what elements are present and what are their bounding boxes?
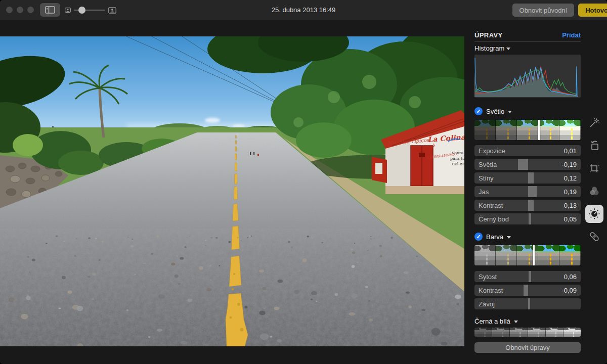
slider-value: 0,12 xyxy=(564,174,581,182)
revert-original-button[interactable]: Obnovit původní xyxy=(512,4,575,17)
edit-tools-rail xyxy=(583,114,606,246)
zoom-window-button[interactable] xyxy=(27,7,34,13)
slider-handle[interactable] xyxy=(528,200,534,211)
slider-label: Jas xyxy=(474,188,489,196)
slider-label: Kontrast xyxy=(474,287,503,294)
slider-value: 0,13 xyxy=(564,202,581,209)
slider-value: 0,05 xyxy=(564,215,581,223)
preset-thumbnail[interactable] xyxy=(517,120,538,140)
svg-text:Cel-80: Cel-80 xyxy=(452,162,464,166)
slider-handle[interactable] xyxy=(528,298,530,309)
filters-icon xyxy=(588,185,600,197)
chevron-down-icon xyxy=(506,48,510,50)
slider-label: Černý bod xyxy=(474,215,509,223)
rotate-tool-button[interactable] xyxy=(585,136,603,155)
preset-thumbnail[interactable] xyxy=(538,245,559,265)
slider-expozice[interactable]: Expozice0,01 xyxy=(474,145,581,156)
close-window-button[interactable] xyxy=(6,7,13,13)
slider-kontrast-barva[interactable]: Kontrast-0,09 xyxy=(474,285,581,296)
preset-thumbnail[interactable] xyxy=(559,245,581,265)
color-section-header[interactable]: ✓ Barva xyxy=(474,232,581,242)
light-preset-strip[interactable] xyxy=(474,120,581,140)
window-controls xyxy=(6,7,34,13)
chevron-down-icon xyxy=(508,111,512,113)
add-adjustment-link[interactable]: Přidat xyxy=(562,31,581,39)
slider-label: Sytost xyxy=(474,273,497,281)
zoom-slider-knob[interactable] xyxy=(78,7,85,14)
slider-cerny-bod[interactable]: Černý bod0,05 xyxy=(474,213,581,224)
slider-handle[interactable] xyxy=(524,285,528,296)
strip-indicator[interactable] xyxy=(533,245,535,265)
adjustments-panel: ÚPRAVY Přidat Histogram ✓ Světlo xyxy=(469,20,587,364)
preset-thumbnail[interactable] xyxy=(496,245,517,265)
chevron-down-icon xyxy=(514,321,518,323)
slider-handle[interactable] xyxy=(529,271,531,282)
preset-thumbnail[interactable] xyxy=(563,328,581,337)
zoom-large-photo-icon xyxy=(108,7,116,14)
svg-text:Venta: Venta xyxy=(451,151,463,155)
preset-thumbnail[interactable] xyxy=(528,328,546,337)
slider-jas[interactable]: Jas0,19 xyxy=(474,186,581,197)
slider-value: 0,01 xyxy=(564,147,581,155)
zoom-small-photo-icon xyxy=(65,8,71,13)
slider-handle[interactable] xyxy=(528,172,534,184)
thumbnail-zoom-control xyxy=(65,4,116,16)
bw-preset-strip[interactable] xyxy=(474,328,581,337)
slider-label: Kontrast xyxy=(474,202,503,209)
titlebar-actions: Obnovit původní Hotovo xyxy=(512,4,607,17)
adjust-tool-button[interactable] xyxy=(585,205,603,223)
color-preset-strip[interactable] xyxy=(474,245,581,265)
slider-handle[interactable] xyxy=(528,186,537,197)
slider-value: -0,19 xyxy=(561,161,581,168)
strip-indicator[interactable] xyxy=(538,120,540,140)
preset-thumbnail[interactable] xyxy=(474,328,492,337)
photos-app-window: 25. dubna 2013 16:49 Obnovit původní Hot… xyxy=(0,0,607,364)
preset-thumbnail[interactable] xyxy=(474,245,496,265)
bw-section-header[interactable]: Černá a bílá xyxy=(474,316,581,326)
preset-thumbnail[interactable] xyxy=(496,120,517,140)
preset-thumbnail[interactable] xyxy=(492,328,510,337)
zoom-slider-track[interactable] xyxy=(74,10,105,11)
color-enabled-checkbox[interactable]: ✓ xyxy=(474,233,483,241)
filters-tool-button[interactable] xyxy=(585,182,603,200)
slider-value: -0,09 xyxy=(561,287,581,294)
magic-wand-icon xyxy=(588,117,600,129)
enhance-tool-button[interactable] xyxy=(585,114,603,132)
sidebar-toggle-button[interactable] xyxy=(40,3,60,17)
slider-handle[interactable] xyxy=(518,159,528,170)
panel-title: ÚPRAVY xyxy=(474,31,503,39)
preset-thumbnail[interactable] xyxy=(517,245,538,265)
preset-thumbnail[interactable] xyxy=(559,120,581,140)
slider-sytost[interactable]: Sytost0,06 xyxy=(474,271,581,282)
slider-handle[interactable] xyxy=(529,213,531,224)
preset-thumbnail[interactable] xyxy=(538,120,559,140)
done-button[interactable]: Hotovo xyxy=(578,4,607,17)
panel-divider xyxy=(474,41,581,42)
minimize-window-button[interactable] xyxy=(17,7,23,13)
slider-value: 0,19 xyxy=(564,188,581,196)
slider-label: Stíny xyxy=(474,174,494,182)
crop-tool-button[interactable] xyxy=(585,159,603,177)
bw-section-label: Černá a bílá xyxy=(474,317,510,325)
histogram-dropdown[interactable]: Histogram xyxy=(474,43,581,53)
slider-zavoj[interactable]: Závoj xyxy=(474,298,581,309)
color-section-label: Barva xyxy=(486,233,503,241)
slider-svetla[interactable]: Světla-0,19 xyxy=(474,159,581,170)
slider-stiny[interactable]: Stíny0,12 xyxy=(474,172,581,184)
light-enabled-checkbox[interactable]: ✓ xyxy=(474,107,483,115)
preset-thumbnail[interactable] xyxy=(510,328,528,337)
sidebar-toggle-icon xyxy=(45,6,55,14)
preset-thumbnail[interactable] xyxy=(474,120,496,140)
slider-value: 0,06 xyxy=(564,273,581,281)
retouch-tool-button[interactable] xyxy=(585,228,603,246)
slider-label: Závoj xyxy=(474,300,495,308)
crop-icon xyxy=(588,162,600,174)
svg-text:para to: para to xyxy=(450,156,464,161)
titlebar: 25. dubna 2013 16:49 Obnovit původní Hot… xyxy=(0,0,607,20)
light-section-header[interactable]: ✓ Světlo xyxy=(474,106,581,116)
histogram-chart xyxy=(474,55,581,98)
reset-adjustments-button[interactable]: Obnovit úpravy xyxy=(474,342,581,353)
slider-label: Světla xyxy=(474,161,497,168)
preset-thumbnail[interactable] xyxy=(546,328,563,337)
slider-kontrast[interactable]: Kontrast0,13 xyxy=(474,200,581,211)
